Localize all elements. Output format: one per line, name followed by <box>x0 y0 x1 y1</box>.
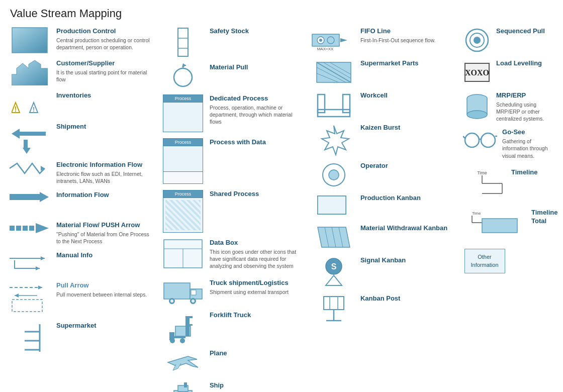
process-with-data-icon: Process <box>160 138 206 184</box>
list-item: Production Kanban <box>309 191 455 221</box>
list-item: Forklift Truck <box>158 308 304 346</box>
shipment-icon <box>7 123 52 155</box>
list-item: Kanban Post <box>309 291 455 330</box>
svg-text:S: S <box>331 262 337 271</box>
list-item: Production Control Central production sc… <box>5 24 153 56</box>
list-item: OtherInformation <box>460 246 555 276</box>
svg-marker-16 <box>41 256 45 260</box>
list-item: S Signal Kanban <box>309 253 455 291</box>
list-item: Information Flow <box>5 188 153 218</box>
list-item: Time Timeline Total <box>460 206 555 246</box>
production-control-icon <box>7 27 52 53</box>
dedicated-process-icon: Process <box>160 94 206 132</box>
mrp-erp-icon <box>462 91 492 122</box>
svg-point-88 <box>474 37 481 44</box>
workcell-icon <box>311 91 356 118</box>
production-kanban-icon <box>311 194 356 216</box>
page-title: Value Stream Mapping <box>0 0 563 24</box>
svg-line-99 <box>463 136 465 138</box>
svg-rect-11 <box>16 226 21 231</box>
information-flow-icon <box>7 191 52 203</box>
list-item: Material Withdrawal Kanban <box>309 221 455 253</box>
svg-point-49 <box>170 338 175 343</box>
svg-marker-21 <box>15 293 19 298</box>
truck-shipment-icon <box>160 279 206 305</box>
list-item: Kaizen Burst <box>309 121 455 159</box>
material-flow-push-icon <box>7 221 52 235</box>
svg-point-95 <box>467 111 487 119</box>
pull-arrow-icon <box>7 281 52 316</box>
svg-rect-54 <box>312 34 339 46</box>
ship-icon <box>160 381 206 392</box>
list-item: MRP/ERP Scheduling using MRP/ERP or othe… <box>460 88 555 125</box>
svg-rect-22 <box>12 300 42 312</box>
svg-text:!: ! <box>15 105 17 113</box>
sequenced-pull-icon <box>462 27 492 53</box>
list-item: Process Shared Process <box>158 187 304 236</box>
svg-rect-44 <box>174 336 185 338</box>
svg-marker-80 <box>326 275 342 285</box>
svg-point-30 <box>174 68 192 86</box>
svg-point-50 <box>180 338 185 343</box>
supermarket-icon <box>7 322 52 354</box>
list-item: Customer/Supplier It is the usual starti… <box>5 56 153 88</box>
list-item: XOXO Load Levelling <box>460 56 555 88</box>
list-item: Process Process with Data <box>158 135 304 187</box>
list-item: Go-See Gathering of information through … <box>460 125 555 165</box>
svg-rect-0 <box>12 28 47 53</box>
shared-process-icon: Process <box>160 190 206 233</box>
list-item: Sequenced Pull <box>460 24 555 56</box>
svg-point-56 <box>319 39 322 42</box>
svg-point-39 <box>170 300 173 303</box>
kaizen-burst-icon <box>311 124 356 156</box>
list-item: Material Pull <box>158 60 304 91</box>
svg-rect-109 <box>482 219 517 233</box>
svg-rect-81 <box>324 297 344 310</box>
list-item: Material Flow/ PUSH Arrow "Pushing" of M… <box>5 218 153 248</box>
material-pull-icon <box>160 63 206 88</box>
list-item: Truck shipment/Logistics Shipment using … <box>158 276 304 308</box>
kanban-post-icon <box>311 295 356 327</box>
other-information-icon: OtherInformation <box>462 249 507 273</box>
svg-marker-1 <box>12 60 48 85</box>
list-item: Supermarket Parts <box>309 56 455 88</box>
list-item: Plane <box>158 346 304 378</box>
fifo-line-icon: MAX=XX <box>311 27 356 53</box>
svg-marker-9 <box>10 192 49 202</box>
list-item: Ship <box>158 378 304 392</box>
svg-text:XOXO: XOXO <box>465 68 489 77</box>
list-item: Process Dedicated Process Process, opera… <box>158 91 304 135</box>
forklift-truck-icon <box>160 311 206 343</box>
list-item: Workcell <box>309 88 455 121</box>
list-item: Time Timeline <box>460 165 555 206</box>
list-item: Supermarket <box>5 319 153 357</box>
svg-marker-6 <box>12 129 46 139</box>
supermarket-parts-icon <box>311 59 356 85</box>
list-item: Manual Info <box>5 248 153 278</box>
svg-rect-27 <box>178 28 188 56</box>
signal-kanban-icon: S <box>311 256 356 288</box>
material-withdrawal-kanban-icon <box>311 224 356 250</box>
list-item: Pull Arrow Pull movement between interna… <box>5 278 153 319</box>
svg-marker-19 <box>38 285 42 289</box>
svg-marker-7 <box>23 140 31 154</box>
svg-rect-47 <box>185 316 193 318</box>
list-item: Electronic Information Flow Electronic f… <box>5 158 153 188</box>
svg-rect-73 <box>318 196 346 214</box>
list-item: ! ! Inventories <box>5 88 153 120</box>
svg-rect-13 <box>29 226 34 231</box>
operator-icon <box>311 162 356 188</box>
list-item: MAX=XX FIFO Line First-In-First-Out sequ… <box>309 24 455 56</box>
svg-point-71 <box>329 170 339 180</box>
svg-marker-69 <box>322 126 349 155</box>
svg-point-96 <box>465 133 479 147</box>
svg-text:!: ! <box>33 106 35 113</box>
svg-rect-46 <box>187 316 190 336</box>
timeline-total-icon: Time <box>462 209 527 239</box>
customer-supplier-icon <box>7 59 52 85</box>
svg-point-41 <box>192 300 195 303</box>
svg-rect-10 <box>10 226 15 231</box>
manual-info-icon <box>7 251 52 273</box>
list-item: Data Box This icon goes under other icon… <box>158 236 304 276</box>
load-levelling-icon: XOXO <box>462 59 492 85</box>
